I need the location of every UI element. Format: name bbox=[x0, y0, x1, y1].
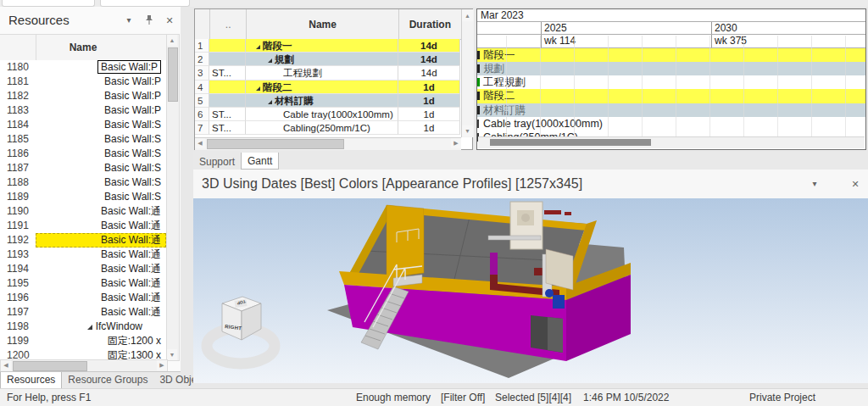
close-icon[interactable]: ✕ bbox=[849, 178, 861, 190]
tree-expand-icon[interactable] bbox=[256, 45, 260, 49]
duration-column-header[interactable]: Duration bbox=[399, 9, 461, 39]
pin-icon[interactable] bbox=[143, 14, 155, 26]
timeline-row-month[interactable]: Mar 2023 bbox=[477, 9, 865, 22]
tab-gantt[interactable]: Gantt bbox=[241, 153, 279, 170]
gantt-chart-row[interactable]: 材料訂購 bbox=[477, 103, 865, 117]
tab-resources[interactable]: Resources bbox=[0, 372, 62, 389]
gantt-table-row[interactable]: 3ST...工程規劃14d bbox=[195, 66, 461, 80]
scroll-down-icon[interactable]: ▼ bbox=[167, 349, 177, 360]
resource-name-cell[interactable]: Basic Wall:P bbox=[36, 60, 166, 75]
gantt-bar-marker[interactable] bbox=[477, 106, 480, 114]
chart-horizontal-scrollbar[interactable] bbox=[478, 136, 865, 148]
resource-name-cell[interactable]: IfcWindow bbox=[36, 320, 166, 334]
gantt-task-name-cell[interactable]: 材料訂購 bbox=[246, 94, 398, 108]
gantt-vertical-scrollbar[interactable]: ▲ ▼ bbox=[461, 9, 474, 137]
resource-name-cell[interactable]: Basic Wall:S bbox=[36, 132, 166, 147]
dropdown-arrow-icon[interactable]: ▾ bbox=[123, 14, 135, 26]
resource-name-cell[interactable]: Basic Wall:通 bbox=[36, 233, 166, 247]
gantt-task-name-cell[interactable]: Cable tray(1000x100mm) bbox=[246, 108, 398, 121]
dropdown-arrow-icon[interactable]: ▾ bbox=[809, 178, 821, 190]
gantt-bar-marker[interactable] bbox=[477, 64, 480, 73]
scrollbar-thumb[interactable] bbox=[13, 361, 87, 371]
close-icon[interactable]: ✕ bbox=[164, 14, 175, 26]
scroll-up-icon[interactable]: ▲ bbox=[167, 35, 177, 46]
gantt-chart[interactable]: Mar 2023 20252030 wk 114wk 375 階段一規劃工程規劃… bbox=[476, 8, 866, 150]
resources-vertical-scrollbar[interactable]: ▲ ▼ bbox=[166, 34, 180, 361]
resources-column-header[interactable]: Name bbox=[0, 34, 166, 61]
name-column-header[interactable]: Name bbox=[0, 42, 166, 53]
gantt-table-row[interactable]: 1階段一14d bbox=[195, 39, 461, 53]
scroll-down-icon[interactable]: ▼ bbox=[462, 125, 473, 136]
scrollbar-thumb[interactable] bbox=[490, 139, 651, 146]
resource-name-cell[interactable]: Basic Wall:S bbox=[36, 118, 166, 132]
scrollbar-thumb[interactable] bbox=[168, 47, 178, 102]
resource-row[interactable]: 1200固定:1300 x bbox=[0, 348, 166, 359]
resource-name-cell[interactable]: 固定:1300 x bbox=[36, 348, 166, 359]
resource-name-cell[interactable]: Basic Wall:P bbox=[36, 89, 166, 103]
gantt-bar-marker[interactable] bbox=[477, 92, 480, 100]
resource-name-cell[interactable]: Basic Wall:通 bbox=[36, 305, 166, 320]
resource-row[interactable]: 1197Basic Wall:通 bbox=[0, 305, 166, 320]
resource-row[interactable]: 1199固定:1200 x bbox=[0, 334, 166, 348]
resource-row[interactable]: 1195Basic Wall:通 bbox=[0, 276, 166, 291]
resource-row[interactable]: 1181Basic Wall:P bbox=[0, 75, 166, 89]
gantt-chart-row[interactable]: 階段一 bbox=[477, 48, 865, 62]
resource-row[interactable]: 1189Basic Wall:S bbox=[0, 190, 166, 204]
gantt-task-name-cell[interactable]: 規劃 bbox=[246, 53, 398, 66]
tree-expand-icon[interactable] bbox=[268, 58, 272, 63]
tree-expand-icon[interactable] bbox=[268, 100, 272, 104]
resource-row[interactable]: 1187Basic Wall:S bbox=[0, 161, 166, 175]
resource-name-cell[interactable]: Basic Wall:S bbox=[36, 147, 166, 161]
gantt-chart-row[interactable]: 階段二 bbox=[477, 89, 865, 103]
gantt-bar-marker[interactable] bbox=[477, 120, 479, 128]
resource-row[interactable]: 1182Basic Wall:P bbox=[0, 89, 166, 103]
row-number-header[interactable] bbox=[195, 9, 210, 39]
resource-name-cell[interactable]: Basic Wall:S bbox=[36, 175, 166, 190]
resource-row[interactable]: 1180Basic Wall:P bbox=[0, 60, 166, 75]
gantt-chart-row[interactable]: 工程規劃 bbox=[477, 75, 865, 89]
gantt-bar-marker[interactable] bbox=[477, 78, 480, 86]
gantt-task-name-cell[interactable]: 階段一 bbox=[246, 39, 398, 53]
resource-row[interactable]: 1196Basic Wall:通 bbox=[0, 291, 166, 305]
name-column-header[interactable]: Name bbox=[247, 9, 398, 39]
resource-name-cell[interactable]: Basic Wall:通 bbox=[36, 247, 166, 262]
resource-name-cell[interactable]: Basic Wall:通 bbox=[36, 276, 166, 291]
resource-name-cell[interactable]: Basic Wall:通 bbox=[36, 204, 166, 219]
resource-row[interactable]: 1193Basic Wall:通 bbox=[0, 247, 166, 262]
resource-row[interactable]: 1184Basic Wall:S bbox=[0, 118, 166, 132]
gantt-chart-row[interactable]: Cable tray(1000x100mm) bbox=[477, 117, 865, 131]
tab-support[interactable]: Support bbox=[193, 153, 241, 170]
scroll-right-icon[interactable]: ▶ bbox=[157, 360, 167, 370]
gantt-chart-row[interactable]: 規劃 bbox=[477, 62, 865, 75]
resource-name-cell[interactable]: Basic Wall:P bbox=[36, 75, 166, 89]
building-model[interactable] bbox=[339, 202, 631, 361]
resource-row[interactable]: 1191Basic Wall:通 bbox=[0, 219, 166, 233]
tree-expand-icon[interactable] bbox=[256, 86, 260, 91]
scroll-right-icon[interactable]: ▶ bbox=[451, 138, 461, 148]
pin-icon[interactable] bbox=[829, 178, 841, 190]
resource-row[interactable]: 1186Basic Wall:S bbox=[0, 147, 166, 161]
resource-row[interactable]: 1188Basic Wall:S bbox=[0, 175, 166, 190]
resource-row[interactable]: 1183Basic Wall:P bbox=[0, 103, 166, 118]
gantt-table-row[interactable]: 4階段二1d bbox=[195, 81, 461, 94]
3d-viewport[interactable]: TOP RIGHT bbox=[193, 198, 868, 383]
scrollbar-thumb[interactable] bbox=[207, 139, 344, 149]
gantt-table-row[interactable]: 7ST...Cabling(250mm/1C)1d bbox=[195, 121, 461, 135]
resource-row[interactable]: 1190Basic Wall:通 bbox=[0, 204, 166, 219]
scroll-up-icon[interactable]: ▲ bbox=[462, 10, 473, 21]
resource-name-cell[interactable]: Basic Wall:通 bbox=[36, 262, 166, 276]
resource-row[interactable]: 1194Basic Wall:通 bbox=[0, 262, 166, 276]
scroll-left-icon[interactable]: ◀ bbox=[195, 138, 205, 148]
resource-name-cell[interactable]: Basic Wall:通 bbox=[36, 291, 166, 305]
resource-name-cell[interactable]: Basic Wall:S bbox=[36, 190, 166, 204]
gantt-table-row[interactable]: 2規劃14d bbox=[195, 53, 461, 66]
resource-row[interactable]: 1185Basic Wall:S bbox=[0, 132, 166, 147]
tree-expand-icon[interactable] bbox=[87, 325, 92, 330]
scroll-left-icon[interactable]: ◀ bbox=[1, 360, 11, 370]
st-column-header[interactable]: .. bbox=[210, 9, 248, 39]
resource-name-cell[interactable]: 固定:1200 x bbox=[36, 334, 166, 348]
gantt-task-name-cell[interactable]: 工程規劃 bbox=[246, 66, 398, 80]
gantt-task-name-cell[interactable]: Cabling(250mm/1C) bbox=[246, 121, 398, 135]
resource-name-cell[interactable]: Basic Wall:通 bbox=[36, 219, 166, 233]
gantt-task-name-cell[interactable]: 階段二 bbox=[246, 81, 398, 94]
